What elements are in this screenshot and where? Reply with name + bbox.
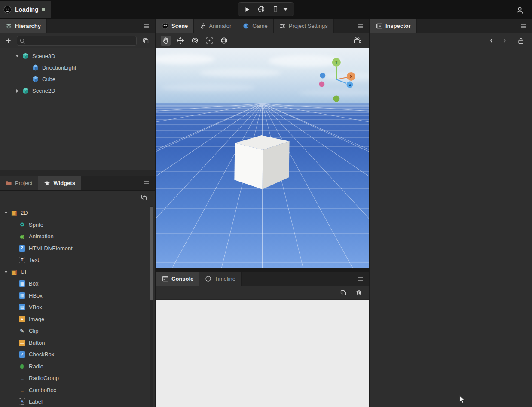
widget-item-label: Image [29,316,44,322]
widget-item-radio[interactable]: ◉ Radio [0,361,155,373]
widget-item-checkbox[interactable]: ✓ CheckBox [0,349,155,361]
nav-forward-button[interactable] [501,36,508,45]
widget-item-hbox[interactable]: ▥ HBox [0,290,155,302]
widget-item-htmldivelement[interactable]: 2 HTMLDivElement [0,243,155,255]
search-icon [20,38,25,46]
tab-animator-label: Animator [209,23,231,29]
tab-widgets[interactable]: Widgets [38,176,81,190]
expand-arrow-icon[interactable] [15,89,20,93]
timeline-clock-icon [205,276,211,282]
rotate-tool-button[interactable] [190,36,200,46]
clear-log-button[interactable] [354,288,364,298]
scene-viewport[interactable]: Y X Z [156,48,369,268]
widget-item-vbox[interactable]: ▤ VBox [0,301,155,313]
scene-tab-icon [162,23,168,29]
widget-group-label: UI [21,269,26,275]
assets-menu-button[interactable] [142,179,150,187]
add-node-button[interactable] [4,36,12,45]
widget-group-2d[interactable]: ▣ 2D [0,207,155,219]
widget-item-label: Animation [29,233,54,240]
console-menu-button[interactable] [356,275,364,283]
inspector-menu-button[interactable] [519,22,528,30]
widget-item-animation[interactable]: ◉ Animation [0,231,155,243]
tree-node-scene3d[interactable]: Scene3D [0,50,155,62]
tab-animator[interactable]: Animator [194,19,237,33]
tab-scene[interactable]: Scene [156,19,194,33]
assets-panel: Project Widgets [0,176,155,407]
widget-item-label[interactable]: A Label [0,396,155,407]
combobox-icon: ≡ [19,387,25,393]
scene-menu-button[interactable] [356,22,364,30]
gizmo-neg-y-handle [333,96,339,102]
browser-preview-button[interactable] [258,6,265,13]
window-title: Loading [15,6,38,13]
panel-divider [156,268,369,272]
group-ui-icon: ▣ [11,269,17,275]
widget-item-sprite[interactable]: ✿ Sprite [0,219,155,231]
tab-project-label: Project [15,180,32,186]
console-output[interactable] [156,300,369,407]
editor-window: Loading [0,0,532,407]
widget-item-text[interactable]: T Text [0,254,155,266]
collapse-arrow-icon[interactable] [15,55,20,57]
inspector-tabbar: Inspector [370,19,532,33]
text-icon: T [19,257,25,263]
pan-tool-button[interactable] [161,36,171,46]
widget-item-clip[interactable]: ✎ Clip [0,325,155,337]
project-tab[interactable]: Loading [0,1,51,18]
tab-hierarchy[interactable]: Hierarchy [0,19,47,33]
copy-log-button[interactable] [339,288,348,298]
account-button[interactable] [514,5,525,16]
tree-node-scene2d[interactable]: Scene2D [0,85,155,97]
assets-tabbar: Project Widgets [0,176,155,191]
duplicate-node-button[interactable] [141,36,150,46]
play-button[interactable] [245,6,251,12]
device-dropdown-button[interactable] [284,8,288,11]
label-icon: A [19,398,25,405]
widget-item-image[interactable]: ▲ Image [0,313,155,325]
tab-inspector[interactable]: Inspector [370,19,417,33]
hbox-icon: ▥ [19,292,25,299]
box-icon: ▦ [19,280,25,287]
duplicate-widget-button[interactable] [139,193,149,202]
camera-preview-button[interactable] [352,36,364,46]
tab-project-settings[interactable]: Project Settings [274,19,334,33]
inspector-icon [376,23,382,29]
status-dot [42,8,45,11]
vbox-icon: ▤ [19,304,25,310]
widget-item-button[interactable]: ▬ Button [0,337,155,349]
scene-toolbar [156,33,369,48]
grid-sphere-tool-button[interactable] [219,36,229,46]
app-logo-icon [3,6,12,14]
hierarchy-panel: Hierarchy [0,19,155,176]
center-column: Scene Animator Game [156,19,369,407]
move-tool-button[interactable] [175,36,185,46]
collapse-arrow-icon[interactable] [3,212,9,214]
nav-back-button[interactable] [488,36,495,45]
tab-project[interactable]: Project [0,176,38,190]
widget-group-ui[interactable]: ▣ UI [0,266,155,278]
hierarchy-menu-button[interactable] [142,22,150,30]
widget-item-label: Text [29,257,39,263]
gizmo-x-label: X [350,75,352,79]
scrollbar-thumb[interactable] [150,207,153,300]
tree-node-directionlight[interactable]: DirectionLight [0,62,155,73]
animation-icon: ◉ [19,233,25,240]
widget-group-label: 2D [21,210,28,216]
lock-icon[interactable] [517,36,525,46]
widget-item-radiogroup[interactable]: ≡ RadioGroup [0,372,155,384]
tree-node-cube[interactable]: Cube [0,73,155,85]
device-preview-button[interactable] [272,6,279,12]
tab-game[interactable]: Game [237,19,273,33]
scale-tool-button[interactable] [205,36,214,46]
tab-console[interactable]: Console [156,272,199,286]
hierarchy-search-input[interactable] [17,36,137,46]
widget-item-label: Radio [29,363,43,370]
button-icon: ▬ [19,340,25,346]
tab-timeline[interactable]: Timeline [199,272,242,286]
widget-item-box[interactable]: ▦ Box [0,278,155,290]
widget-item-label: Clip [29,328,38,334]
widget-item-combobox[interactable]: ≡ ComboBox [0,384,155,396]
collapse-arrow-icon[interactable] [3,271,9,273]
widget-item-label: HBox [29,292,43,299]
